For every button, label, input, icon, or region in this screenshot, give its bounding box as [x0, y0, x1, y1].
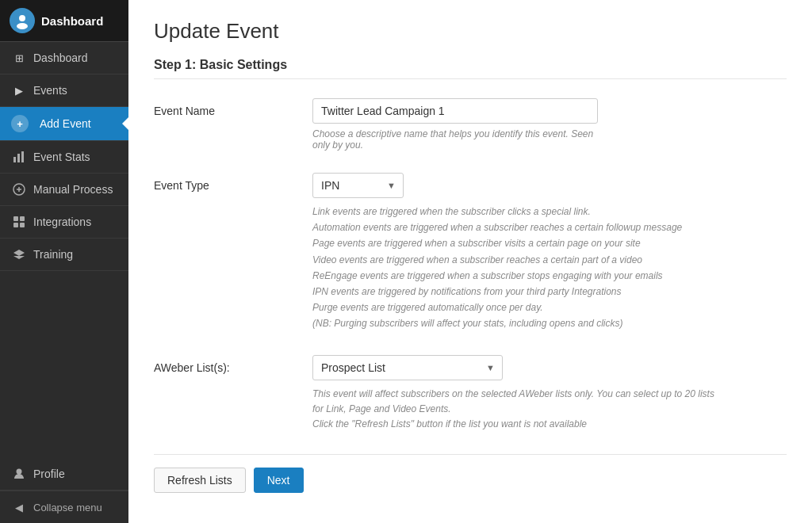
event-name-hint: Choose a descriptive name that helps you…	[312, 128, 598, 151]
sidebar-item-profile[interactable]: Profile	[0, 458, 128, 491]
desc-purge: Purge events are triggered automatically…	[312, 300, 756, 315]
sidebar-logo[interactable]: Dashboard	[0, 0, 128, 42]
sidebar-item-manual-process[interactable]: Manual Process	[0, 174, 128, 206]
sidebar-item-training[interactable]: Training	[0, 239, 128, 271]
sidebar-item-dashboard[interactable]: ⊞ Dashboard	[0, 42, 128, 74]
manual-process-icon	[11, 181, 27, 197]
desc-reengage: ReEngage events are triggered when a sub…	[312, 269, 756, 284]
event-type-descriptions: Link events are triggered when the subsc…	[312, 204, 756, 332]
svg-rect-4	[17, 154, 20, 162]
section-title: Step 1: Basic Settings	[154, 58, 787, 79]
event-name-control: Choose a descriptive name that helps you…	[312, 98, 787, 151]
aweber-list-label: AWeber List(s):	[154, 355, 312, 433]
event-name-input[interactable]	[312, 98, 598, 124]
svg-point-2	[17, 23, 28, 29]
sidebar-item-label: Training	[33, 248, 73, 261]
logo-text: Dashboard	[41, 14, 103, 28]
collapse-menu[interactable]: ◀ Collapse menu	[0, 491, 128, 523]
dashboard-icon: ⊞	[11, 50, 27, 66]
desc-page: Page events are triggered when a subscri…	[312, 236, 756, 251]
page-title: Update Event	[154, 19, 787, 44]
desc-link: Link events are triggered when the subsc…	[312, 204, 756, 220]
svg-rect-10	[20, 223, 25, 227]
aweber-list-group: AWeber List(s): Prospect List ▼ This eve…	[154, 355, 787, 433]
desc-purge-note: (NB: Purging subscribers will affect you…	[312, 316, 756, 331]
sidebar-item-label: Events	[33, 84, 67, 97]
collapse-icon: ◀	[11, 499, 27, 515]
svg-rect-8	[20, 216, 25, 221]
aweber-list-control: Prospect List ▼ This event will affect s…	[312, 355, 787, 433]
event-name-label: Event Name	[154, 98, 312, 151]
form-actions: Refresh Lists Next	[154, 454, 787, 493]
sidebar-item-event-stats[interactable]: Event Stats	[0, 141, 128, 174]
aweber-list-select-wrap: Prospect List ▼	[312, 355, 503, 380]
desc-ipn: IPN events are triggered by notification…	[312, 284, 756, 300]
next-button[interactable]: Next	[254, 468, 304, 493]
events-icon: ▶	[11, 82, 27, 98]
event-type-group: Event Type Link Automation Page Video Re…	[154, 173, 787, 333]
integrations-icon	[11, 214, 27, 230]
aweber-list-select[interactable]: Prospect List	[312, 355, 503, 380]
aweber-hint-1: This event will affect subscribers on th…	[312, 387, 725, 417]
sidebar-item-label: Profile	[33, 468, 65, 480]
sidebar-item-add-event[interactable]: + Add Event	[0, 107, 128, 141]
sidebar-item-label: Event Stats	[33, 151, 90, 163]
training-icon	[11, 246, 27, 262]
add-event-icon: +	[11, 115, 29, 132]
refresh-lists-button[interactable]: Refresh Lists	[154, 468, 246, 493]
svg-rect-7	[13, 216, 18, 221]
sidebar: Dashboard ⊞ Dashboard ▶ Events + Add Eve…	[0, 0, 128, 523]
event-type-control: Link Automation Page Video ReEngage IPN …	[312, 173, 787, 333]
sidebar-item-label: Integrations	[33, 216, 91, 228]
svg-rect-9	[13, 223, 18, 227]
event-type-select[interactable]: Link Automation Page Video ReEngage IPN …	[312, 173, 404, 198]
desc-automation: Automation events are triggered when a s…	[312, 220, 756, 235]
collapse-label: Collapse menu	[33, 502, 102, 513]
logo-icon	[10, 8, 35, 33]
event-stats-icon	[11, 149, 27, 165]
sidebar-item-label: Dashboard	[33, 52, 88, 64]
svg-point-11	[17, 469, 22, 475]
main-content: Update Event Step 1: Basic Settings Even…	[128, 0, 812, 523]
aweber-list-hint: This event will affect subscribers on th…	[312, 387, 725, 433]
event-name-group: Event Name Choose a descriptive name tha…	[154, 98, 787, 151]
event-type-select-wrap: Link Automation Page Video ReEngage IPN …	[312, 173, 404, 198]
desc-video: Video events are triggered when a subscr…	[312, 253, 756, 268]
sidebar-item-label: Add Event	[40, 117, 91, 130]
sidebar-item-events[interactable]: ▶ Events	[0, 74, 128, 107]
svg-rect-5	[21, 151, 24, 162]
sidebar-item-label: Manual Process	[33, 183, 113, 196]
sidebar-item-integrations[interactable]: Integrations	[0, 206, 128, 239]
svg-point-1	[19, 15, 25, 21]
svg-rect-3	[13, 157, 16, 162]
profile-icon	[11, 466, 27, 482]
event-type-label: Event Type	[154, 173, 312, 333]
aweber-hint-2: Click the "Refresh Lists" button if the …	[312, 417, 725, 432]
